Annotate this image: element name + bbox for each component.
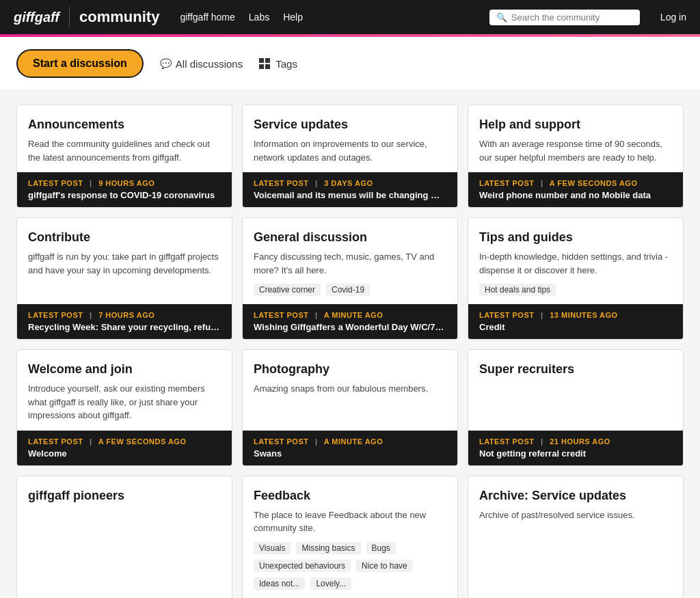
separator: | bbox=[315, 311, 318, 319]
nav-links: giffgaff home Labs Help bbox=[180, 12, 303, 23]
latest-label-text: LATEST POST bbox=[479, 179, 534, 187]
start-discussion-button[interactable]: Start a discussion bbox=[16, 49, 144, 78]
latest-post-label: LATEST POST | 7 HOURS AGO bbox=[28, 311, 221, 319]
card-title: giffgaff pioneers bbox=[28, 489, 221, 503]
latest-post-label: LATEST POST | 3 DAYS AGO bbox=[254, 179, 446, 187]
separator: | bbox=[541, 311, 543, 319]
latest-post-title[interactable]: Wishing Giffgaffers a Wonderful Day W/C/… bbox=[254, 322, 446, 332]
category-card-announcements[interactable]: Announcements Read the community guideli… bbox=[16, 105, 232, 208]
latest-label-text: LATEST POST bbox=[28, 311, 83, 319]
all-discussions-link[interactable]: 💬 All discussions bbox=[160, 58, 243, 70]
latest-label-text: LATEST POST bbox=[479, 437, 534, 446]
card-footer: LATEST POST | A MINUTE AGO Wishing Giffg… bbox=[243, 304, 457, 339]
latest-post-title[interactable]: Voicemail and its menus will be changing… bbox=[254, 190, 446, 200]
category-card-contribute[interactable]: Contribute giffgaff is run by you: take … bbox=[16, 217, 232, 340]
card-tag[interactable]: Hot deals and tips bbox=[479, 284, 556, 296]
separator: | bbox=[541, 179, 543, 187]
card-desc: giffgaff is run by you: take part in gif… bbox=[28, 250, 221, 277]
login-button[interactable]: Log in bbox=[660, 12, 686, 23]
latest-post-label: LATEST POST | 9 HOURS AGO bbox=[28, 179, 221, 187]
category-card-welcome-and-join[interactable]: Welcome and join Introduce yourself, ask… bbox=[16, 349, 232, 466]
nav-labs[interactable]: Labs bbox=[249, 12, 269, 23]
latest-post-title[interactable]: Welcome bbox=[28, 448, 221, 459]
category-card-archive-service-updates[interactable]: Archive: Service updates Archive of past… bbox=[468, 476, 684, 599]
card-body: Feedback The place to leave Feedback abo… bbox=[243, 476, 457, 598]
card-body: General discussion Fancy discussing tech… bbox=[243, 218, 457, 304]
card-tag[interactable]: Ideas not... bbox=[254, 577, 305, 590]
card-tag[interactable]: Missing basics bbox=[296, 542, 360, 554]
card-body: Super recruiters bbox=[468, 350, 683, 431]
card-desc: Amazing snaps from our fabulous members. bbox=[254, 382, 446, 396]
latest-post-title[interactable]: Recycling Week: Share your recycling, re… bbox=[28, 322, 221, 332]
card-title: General discussion bbox=[254, 230, 446, 245]
latest-post-title[interactable]: Weird phone number and no Mobile data bbox=[479, 190, 672, 200]
nav-giffgaff-home[interactable]: giffgaff home bbox=[180, 12, 234, 23]
category-card-general-discussion[interactable]: General discussion Fancy discussing tech… bbox=[242, 217, 458, 340]
card-footer: LATEST POST | 13 MINUTES AGO Credit bbox=[468, 304, 683, 339]
card-tags: Creative cornerCovid-19 bbox=[254, 284, 446, 296]
latest-post-label: LATEST POST | 13 MINUTES AGO bbox=[479, 311, 672, 319]
search-input[interactable] bbox=[511, 12, 633, 23]
card-desc: With an average response time of 90 seco… bbox=[479, 137, 672, 164]
latest-post-title[interactable]: Swans bbox=[254, 448, 446, 459]
card-body: Archive: Service updates Archive of past… bbox=[468, 476, 683, 598]
category-card-giffgaff-pioneers[interactable]: giffgaff pioneers LATEST POST | 3 HOURS … bbox=[16, 476, 232, 599]
latest-post-title[interactable]: Not getting referral credit bbox=[479, 448, 672, 459]
card-footer: LATEST POST | 3 DAYS AGO Voicemail and i… bbox=[243, 172, 457, 207]
category-card-super-recruiters[interactable]: Super recruiters LATEST POST | 21 HOURS … bbox=[468, 349, 684, 466]
search-bar: 🔍 bbox=[489, 10, 640, 25]
card-title: Tips and guides bbox=[479, 230, 672, 245]
card-tag[interactable]: Creative corner bbox=[254, 284, 321, 296]
card-tag[interactable]: Covid-19 bbox=[326, 284, 370, 296]
main-grid: Announcements Read the community guideli… bbox=[0, 91, 700, 598]
separator: | bbox=[90, 437, 92, 446]
latest-post-time: 21 HOURS AGO bbox=[550, 437, 610, 446]
card-title: Feedback bbox=[254, 489, 446, 503]
nav-help[interactable]: Help bbox=[283, 12, 303, 23]
category-card-photography[interactable]: Photography Amazing snaps from our fabul… bbox=[242, 349, 458, 466]
latest-post-label: LATEST POST | A FEW SECONDS AGO bbox=[28, 437, 221, 446]
latest-post-title[interactable]: giffgaff's response to COVID-19 coronavi… bbox=[28, 190, 221, 200]
latest-post-time: 3 DAYS AGO bbox=[324, 179, 373, 187]
card-title: Super recruiters bbox=[479, 362, 672, 377]
separator: | bbox=[90, 179, 92, 187]
category-card-service-updates[interactable]: Service updates Information on improveme… bbox=[242, 105, 458, 208]
card-tag[interactable]: Nice to have bbox=[356, 560, 413, 572]
latest-post-time: A FEW SECONDS AGO bbox=[98, 437, 187, 446]
card-footer: LATEST POST | 7 HOURS AGO Recycling Week… bbox=[17, 304, 232, 339]
card-title: Contribute bbox=[28, 230, 221, 245]
latest-label-text: LATEST POST bbox=[28, 437, 83, 446]
tags-label: Tags bbox=[275, 58, 297, 70]
separator: | bbox=[90, 311, 92, 319]
card-tag[interactable]: Unexpected behaviours bbox=[254, 560, 351, 572]
separator: | bbox=[315, 179, 318, 187]
logo-community: community bbox=[79, 8, 159, 26]
category-card-tips-and-guides[interactable]: Tips and guides In-depth knowledge, hidd… bbox=[468, 217, 684, 340]
card-desc: Introduce yourself, ask our existing mem… bbox=[28, 382, 221, 422]
toolbar: Start a discussion 💬 All discussions Tag… bbox=[0, 37, 700, 91]
discussion-icon: 💬 bbox=[160, 58, 172, 69]
card-footer: LATEST POST | 21 HOURS AGO Not getting r… bbox=[468, 431, 683, 465]
tags-link[interactable]: Tags bbox=[259, 58, 297, 70]
card-tag[interactable]: Bugs bbox=[366, 542, 396, 554]
card-desc: Archive of past/resolved service issues. bbox=[479, 508, 672, 522]
card-desc: The place to leave Feedback about the ne… bbox=[254, 508, 446, 535]
latest-post-title[interactable]: Credit bbox=[479, 322, 672, 332]
separator: | bbox=[541, 437, 543, 446]
latest-post-time: 7 HOURS AGO bbox=[98, 311, 154, 319]
card-tags: Hot deals and tips bbox=[479, 284, 672, 296]
latest-label-text: LATEST POST bbox=[254, 179, 308, 187]
card-tag[interactable]: Lovely... bbox=[310, 577, 351, 590]
latest-label-text: LATEST POST bbox=[479, 311, 534, 319]
card-body: Tips and guides In-depth knowledge, hidd… bbox=[468, 218, 683, 304]
latest-post-label: LATEST POST | A MINUTE AGO bbox=[254, 437, 446, 446]
latest-post-time: A MINUTE AGO bbox=[324, 437, 383, 446]
separator: | bbox=[315, 437, 318, 446]
category-card-feedback[interactable]: Feedback The place to leave Feedback abo… bbox=[242, 476, 458, 599]
latest-post-time: 13 MINUTES AGO bbox=[550, 311, 618, 319]
card-title: Archive: Service updates bbox=[479, 489, 672, 503]
latest-post-label: LATEST POST | A MINUTE AGO bbox=[254, 311, 446, 319]
card-body: Welcome and join Introduce yourself, ask… bbox=[17, 350, 232, 431]
card-tag[interactable]: Visuals bbox=[254, 542, 291, 554]
category-card-help-and-support[interactable]: Help and support With an average respons… bbox=[468, 105, 684, 208]
